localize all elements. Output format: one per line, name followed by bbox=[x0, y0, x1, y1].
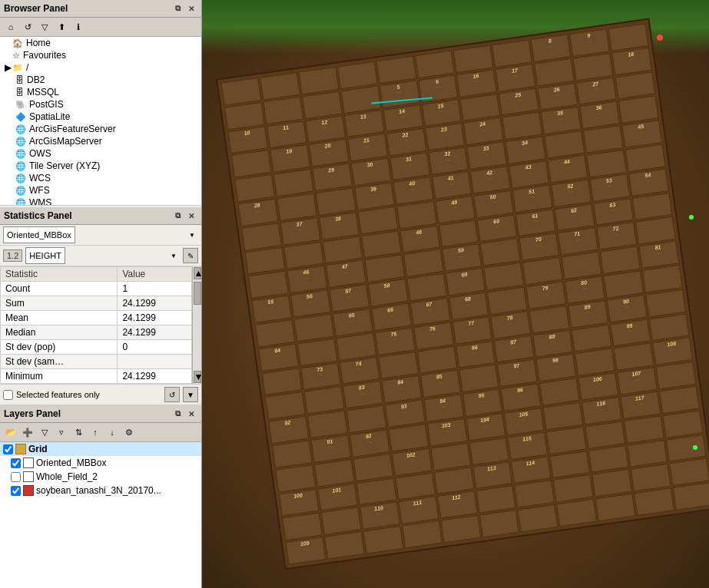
wcs-icon: 🌐 bbox=[15, 173, 26, 183]
stats-cell-value-0: 1 bbox=[118, 282, 192, 296]
grid-cell-18-10 bbox=[669, 458, 709, 486]
grid-cell-17-0: 100.... bbox=[279, 488, 320, 516]
grid-cell-19-9 bbox=[634, 488, 674, 516]
stats-cell-value-2: 24.1299 bbox=[118, 311, 192, 325]
tree-item-postgis[interactable]: 🐘 PostGIS bbox=[0, 98, 201, 111]
grid-cell-18-1 bbox=[321, 507, 362, 535]
grid-cell-11-0: 64.... bbox=[258, 344, 299, 372]
grid-cell-16-10 bbox=[663, 410, 704, 438]
layer-grid-label: Grid bbox=[28, 444, 48, 454]
grid-cell-15-7 bbox=[543, 402, 584, 430]
tree-item-wms[interactable]: 🌐 WMS bbox=[0, 197, 201, 206]
tree-item-ows[interactable]: 🌐 OWS bbox=[0, 147, 201, 160]
layer-soybean-checkbox[interactable] bbox=[11, 486, 21, 496]
tree-item-wcs[interactable]: 🌐 WCS bbox=[0, 172, 201, 184]
tree-item-arcgis-feature[interactable]: 🌐 ArcGisFeatureServer bbox=[0, 123, 201, 135]
tree-item-tile[interactable]: 🌐 Tile Server (XYZ) bbox=[0, 160, 201, 172]
layers-up-btn[interactable]: ↑ bbox=[88, 424, 103, 440]
tree-item-spatialite[interactable]: 🔷 SpatiaLite bbox=[0, 111, 201, 123]
browser-info-btn[interactable]: ℹ bbox=[71, 19, 86, 35]
grid-cell-18-9 bbox=[631, 464, 671, 491]
grid-cell-13-0 bbox=[265, 391, 306, 419]
map-panel[interactable]: 8....9....5....6....16....17....18....10… bbox=[202, 0, 709, 588]
layer-item-grid[interactable]: Grid bbox=[0, 442, 201, 456]
grid-cell-5-0: 28.... bbox=[238, 199, 279, 226]
layers-open-btn[interactable]: 📂 bbox=[3, 424, 18, 440]
stats-cell-stat-4: St dev (pop) bbox=[1, 340, 118, 355]
browser-collapse-btn[interactable]: ⬆ bbox=[54, 19, 69, 35]
grid-cell-5-3: 39.... bbox=[354, 182, 395, 210]
tree-item-home[interactable]: 🏠 Home bbox=[0, 37, 201, 49]
grid-cell-9-4 bbox=[406, 273, 447, 301]
browser-home-btn[interactable]: ⌂ bbox=[3, 19, 18, 35]
selected-only-checkbox[interactable] bbox=[3, 390, 13, 400]
stats-panel-close-icon[interactable]: ✕ bbox=[185, 210, 197, 222]
grid-cell-7-7: 61.... bbox=[515, 209, 556, 236]
grid-cell-3-2: 20.... bbox=[309, 139, 350, 167]
layer-whole-checkbox[interactable] bbox=[11, 472, 21, 482]
grid-cell-15-10 bbox=[659, 386, 700, 414]
layer-item-oriented[interactable]: Oriented_MBBox bbox=[0, 456, 201, 470]
layer-item-whole-field[interactable]: Whole_Field_2 bbox=[0, 470, 201, 484]
grid-cell-5-4: 40.... bbox=[393, 177, 433, 204]
home-icon: 🏠 bbox=[12, 38, 23, 48]
browser-panel-float-icon[interactable]: ⧉ bbox=[171, 2, 184, 15]
col-header-statistic: Statistic bbox=[1, 267, 118, 282]
grid-cell-9-6 bbox=[484, 263, 525, 290]
grid-cell-3-5: 23.... bbox=[425, 123, 465, 150]
field-select[interactable]: HEIGHT bbox=[25, 247, 65, 264]
marker-1 bbox=[657, 35, 663, 41]
grid-cell-4-8 bbox=[545, 130, 585, 158]
field-edit-btn[interactable]: ✎ bbox=[183, 248, 198, 263]
grid-cell-10-5: 68.... bbox=[449, 292, 489, 320]
grid-cell-11-8: 89.... bbox=[568, 300, 609, 328]
grid-cell-2-10 bbox=[615, 71, 656, 99]
stats-scrollbar[interactable]: ▲ ▼ bbox=[192, 266, 201, 384]
grid-cell-17-2 bbox=[356, 477, 397, 505]
layer-grid-checkbox[interactable] bbox=[3, 444, 13, 454]
browser-tree: 🏠 Home ☆ Favourites ▶ 📁 / 🗄 DB2 🗄 MSSQL … bbox=[0, 37, 201, 206]
layers-down-btn[interactable]: ↓ bbox=[104, 424, 120, 440]
tree-label-mssql: MSSQL bbox=[27, 87, 59, 97]
grid-cell-3-1: 19.... bbox=[270, 144, 310, 172]
scroll-down-btn[interactable]: ▼ bbox=[194, 371, 201, 383]
marker-3 bbox=[693, 445, 697, 450]
tree-item-root[interactable]: ▶ 📁 / bbox=[0, 61, 201, 74]
scroll-up-btn[interactable]: ▲ bbox=[194, 267, 201, 279]
layers-panel-close-icon[interactable]: ✕ bbox=[185, 408, 197, 420]
stats-refresh-btn[interactable]: ↺ bbox=[164, 387, 180, 402]
tree-item-wfs[interactable]: 🌐 WFS bbox=[0, 184, 201, 197]
grid-cell-12-1: 73.... bbox=[300, 362, 341, 390]
tree-item-arcgis-map[interactable]: 🌐 ArcGisMapServer bbox=[0, 135, 201, 147]
layers-panel-float-icon[interactable]: ⧉ bbox=[171, 408, 184, 420]
layer-item-soybean[interactable]: soybean_tanashi_3N_20170... bbox=[0, 484, 201, 497]
browser-panel-close-icon[interactable]: ✕ bbox=[185, 2, 197, 15]
wms-icon: 🌐 bbox=[15, 198, 26, 206]
layer-soybean-label: soybean_tanashi_3N_20170... bbox=[36, 485, 161, 496]
grid-cell-11-5: 77.... bbox=[452, 316, 492, 344]
layers-filter-btn[interactable]: ▽ bbox=[37, 424, 52, 440]
stats-more-btn[interactable]: ▼ bbox=[183, 387, 198, 402]
layers-settings-btn[interactable]: ⚙ bbox=[121, 424, 137, 440]
grid-cell-14-9: 107.... bbox=[617, 367, 658, 395]
grid-cell-5-8: 44.... bbox=[548, 155, 588, 183]
tree-item-favourites[interactable]: ☆ Favourites bbox=[0, 49, 201, 61]
tree-item-db2[interactable]: 🗄 DB2 bbox=[0, 74, 201, 86]
scroll-thumb[interactable] bbox=[194, 282, 201, 305]
grid-cell-3-6: 24.... bbox=[463, 117, 504, 145]
col-header-value: Value bbox=[118, 267, 192, 282]
browser-refresh-btn[interactable]: ↺ bbox=[20, 19, 35, 35]
browser-filter-btn[interactable]: ▽ bbox=[37, 19, 52, 35]
tree-item-mssql[interactable]: 🗄 MSSQL bbox=[0, 86, 201, 98]
stats-cell-stat-2: Mean bbox=[1, 311, 118, 325]
layers-filter2-btn[interactable]: ▿ bbox=[54, 424, 69, 440]
tree-label-wfs: WFS bbox=[29, 185, 50, 196]
layer-oriented-checkbox[interactable] bbox=[11, 458, 21, 468]
layers-expand-btn[interactable]: ⇅ bbox=[71, 424, 86, 440]
layers-toolbar: 📂 ➕ ▽ ▿ ⇅ ↑ ↓ ⚙ bbox=[0, 423, 201, 442]
layers-add-btn[interactable]: ➕ bbox=[20, 424, 35, 440]
grid-cell-16-1 bbox=[314, 459, 355, 487]
tree-label-spatialite: SpatiaLite bbox=[29, 111, 70, 122]
stats-panel-float-icon[interactable]: ⧉ bbox=[171, 210, 184, 222]
layer-dropdown[interactable]: Oriented_MBBox bbox=[3, 226, 75, 243]
